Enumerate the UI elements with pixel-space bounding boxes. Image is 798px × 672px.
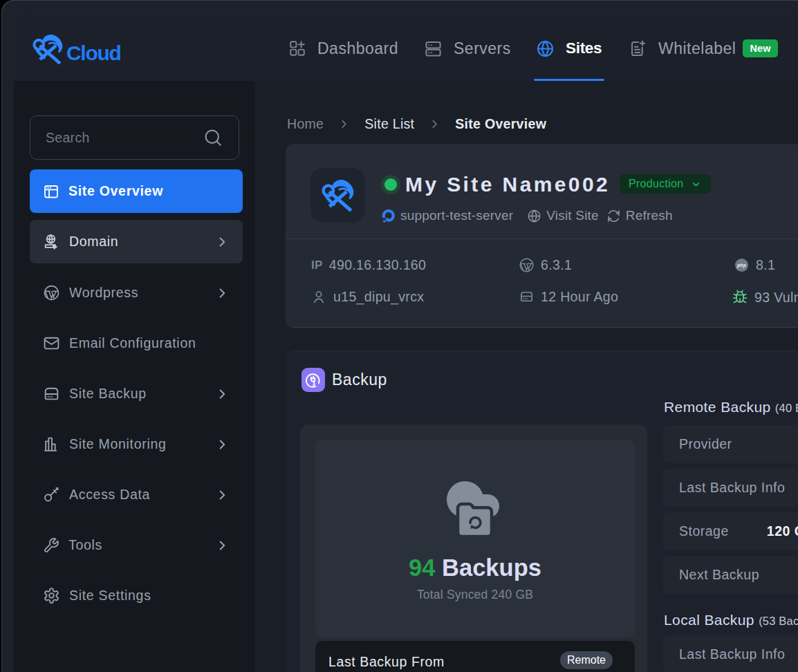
svg-text:php: php — [736, 263, 746, 268]
